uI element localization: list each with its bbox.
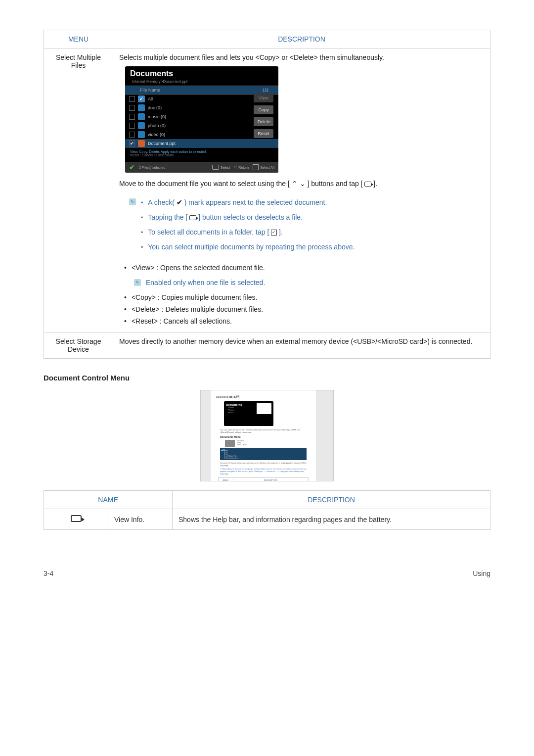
row-desc-cell: Shows the Help bar, and information rega… bbox=[173, 509, 490, 530]
ss-footer-selectall: Select All bbox=[260, 166, 274, 169]
check-icon bbox=[177, 198, 182, 206]
menu-description-table: MENU DESCRIPTION Select Multiple Files S… bbox=[44, 30, 490, 359]
row-name-cell: View Info. bbox=[108, 509, 173, 530]
ss-item-photo: photo (0) bbox=[148, 123, 166, 128]
select-icon bbox=[189, 215, 196, 220]
ss-footer-select: Select bbox=[221, 166, 230, 169]
note-repeat: You can select multiple documents by rep… bbox=[148, 243, 355, 251]
row-select-multiple-menu: Select Multiple Files bbox=[44, 48, 113, 332]
action-reset: <Reset> : Cancels all selections. bbox=[124, 315, 484, 327]
note-select-all: To select all documents in a folder, tap… bbox=[148, 228, 283, 236]
documents-screenshot: Documents Internal Memory>Document.ppt F… bbox=[125, 66, 278, 173]
action-view: <View> : Opens the selected document fil… bbox=[124, 262, 484, 274]
col-desc-header: DESCRIPTION bbox=[113, 30, 490, 48]
row-icon-cell bbox=[44, 509, 108, 530]
row-storage-desc: Moves directly to another memory device … bbox=[113, 332, 490, 359]
doc-control-thumbnail: Documents 📼 🔌 💾 Documents Videos Photos … bbox=[200, 390, 334, 481]
row-storage-menu: Select Storage Device bbox=[44, 332, 113, 359]
ss-title: Documents bbox=[130, 69, 173, 78]
ss-item-all: All bbox=[148, 96, 153, 101]
action-copy: <Copy> : Copies multiple document files. bbox=[124, 291, 484, 303]
ss-view-button: View bbox=[254, 94, 273, 102]
section-heading: Document Control Menu bbox=[44, 359, 490, 388]
ss-item-video: video (0) bbox=[148, 132, 165, 137]
ss-col-header: File Name bbox=[140, 88, 160, 93]
ss-reset-button: Reset bbox=[254, 129, 273, 138]
action-delete: <Delete> : Deletes multiple document fil… bbox=[124, 303, 484, 315]
ss-hint2: Reset : Cancel all selections bbox=[125, 153, 278, 159]
note-icon bbox=[134, 279, 141, 286]
select-icon bbox=[71, 515, 82, 522]
ss-item-music: music (0) bbox=[148, 114, 166, 119]
selectall-icon bbox=[271, 230, 277, 236]
row-select-multiple-desc: Selects multiple document files and lets… bbox=[113, 48, 490, 332]
ss-item-file: Document.ppt bbox=[148, 141, 176, 146]
note-icon bbox=[129, 198, 136, 205]
page-number: 3-4 bbox=[44, 569, 53, 577]
instruction-text: Move to the document file you want to se… bbox=[119, 178, 484, 192]
col-desc-header2: DESCRIPTION bbox=[173, 491, 490, 509]
ss-footer-return: Return bbox=[238, 166, 249, 169]
ss-footer-selected: 2 File(s) selected. bbox=[139, 166, 166, 169]
note-check-mark: A check( ) mark appears next to the sele… bbox=[148, 198, 327, 206]
ss-item-doc: doc (0) bbox=[148, 105, 162, 110]
col-menu-header: MENU bbox=[44, 30, 113, 48]
note-tap-select: Tapping the [ ] button selects or desele… bbox=[148, 213, 303, 221]
ss-copy-button: Copy bbox=[254, 105, 273, 114]
section-label: Using bbox=[473, 569, 490, 577]
ss-breadcrumb: Internal Memory>Document.ppt bbox=[125, 79, 278, 86]
ss-delete-button: Delete bbox=[254, 117, 273, 126]
col-name-header: NAME bbox=[44, 491, 173, 509]
intro-text: Selects multiple document files and lets… bbox=[119, 53, 484, 61]
name-description-table: NAME DESCRIPTION View Info. Shows the He… bbox=[44, 490, 490, 530]
view-enabled-note: Enabled only when one file is selected. bbox=[146, 279, 265, 286]
ss-page-indicator: 1/2 bbox=[262, 88, 273, 93]
select-icon bbox=[364, 182, 371, 187]
ss-hint1: View, Copy, Delete: Apply each action to… bbox=[125, 148, 278, 153]
